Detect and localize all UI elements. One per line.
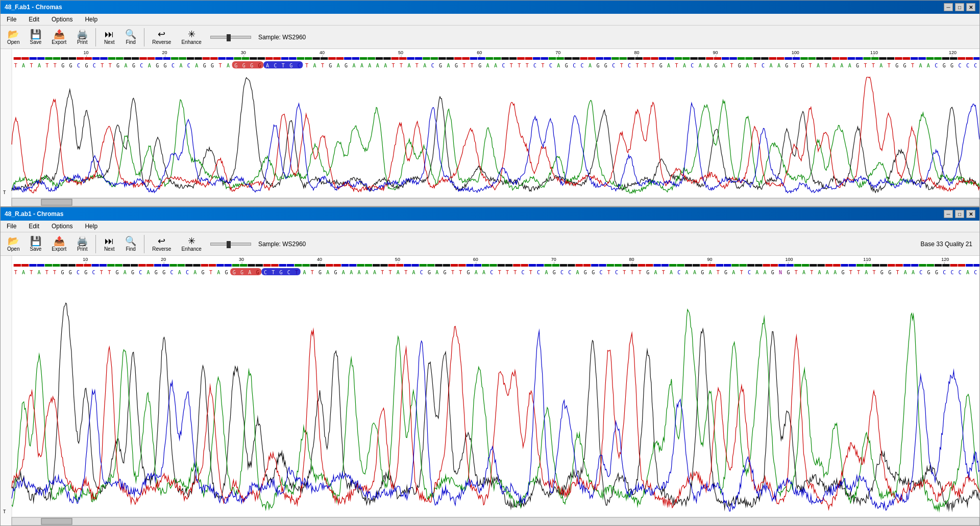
- save-icon-2: 💾: [30, 236, 41, 246]
- find-icon-2: 🔍: [125, 236, 136, 246]
- window-1: 48_F.ab1 - Chromas ─ □ ✕ File Edit Optio…: [0, 0, 980, 207]
- open-icon-2: 📂: [8, 236, 19, 246]
- sep-2: [144, 28, 144, 46]
- enhance-icon-1: ✳: [188, 30, 195, 39]
- reverse-icon-1: ↩: [158, 30, 165, 39]
- close-btn-1[interactable]: ✕: [966, 3, 975, 11]
- open-btn-1[interactable]: 📂 Open: [4, 28, 23, 46]
- menu-file-2[interactable]: File: [3, 222, 20, 231]
- sample-label-1: Sample: WS2960: [258, 34, 306, 41]
- export-icon-2: 📤: [54, 236, 65, 246]
- menu-help-1[interactable]: Help: [81, 15, 102, 24]
- menu-edit-2[interactable]: Edit: [24, 222, 43, 231]
- canvas-1: [1, 49, 979, 206]
- find-btn-1[interactable]: 🔍 Find: [121, 28, 140, 46]
- zoom-slider-1[interactable]: [210, 36, 251, 39]
- reverse-icon-2: ↩: [158, 236, 165, 246]
- title-bar-2: 48_R.ab1 - Chromas ─ □ ✕: [1, 207, 979, 221]
- next-btn-2[interactable]: ⏭ Next: [100, 235, 118, 253]
- export-btn-1[interactable]: 📤 Export: [48, 28, 70, 46]
- menu-help-2[interactable]: Help: [81, 222, 102, 231]
- menu-bar-2: File Edit Options Help: [1, 221, 979, 232]
- enhance-icon-2: ✳: [188, 236, 195, 246]
- window-2: 48_R.ab1 - Chromas ─ □ ✕ File Edit Optio…: [0, 207, 980, 526]
- export-btn-2[interactable]: 📤 Export: [48, 235, 70, 253]
- enhance-btn-2[interactable]: ✳ Enhance: [178, 235, 205, 253]
- menu-options-1[interactable]: Options: [47, 15, 77, 24]
- maximize-btn-1[interactable]: □: [955, 3, 964, 11]
- sep-3: [95, 235, 96, 253]
- title-controls-1: ─ □ ✕: [944, 3, 975, 11]
- print-btn-1[interactable]: 🖨️ Print: [73, 28, 91, 46]
- status-right-2: Base 33 Quality 21: [921, 241, 976, 248]
- chromatogram-2: [1, 256, 979, 525]
- open-icon-1: 📂: [8, 30, 19, 39]
- canvas-2: [1, 256, 979, 525]
- find-icon-1: 🔍: [125, 30, 136, 39]
- next-btn-1[interactable]: ⏭ Next: [100, 28, 118, 46]
- zoom-slider-2[interactable]: [210, 243, 251, 246]
- maximize-btn-2[interactable]: □: [955, 210, 964, 218]
- find-btn-2[interactable]: 🔍 Find: [121, 235, 140, 253]
- minimize-btn-2[interactable]: ─: [944, 210, 953, 218]
- sep-1: [95, 28, 96, 46]
- title-controls-2: ─ □ ✕: [944, 210, 975, 218]
- title-bar-1: 48_F.ab1 - Chromas ─ □ ✕: [1, 1, 979, 14]
- enhance-btn-1[interactable]: ✳ Enhance: [178, 28, 205, 46]
- minimize-btn-1[interactable]: ─: [944, 3, 953, 11]
- window-1-title: 48_F.ab1 - Chromas: [5, 4, 62, 11]
- save-btn-1[interactable]: 💾 Save: [26, 28, 45, 46]
- close-btn-2[interactable]: ✕: [966, 210, 975, 218]
- menu-bar-1: File Edit Options Help: [1, 14, 979, 26]
- save-btn-2[interactable]: 💾 Save: [26, 235, 45, 253]
- reverse-btn-1[interactable]: ↩ Reverse: [149, 28, 175, 46]
- menu-file-1[interactable]: File: [3, 15, 20, 24]
- chromatogram-1: [1, 49, 979, 206]
- print-btn-2[interactable]: 🖨️ Print: [73, 235, 91, 253]
- menu-options-2[interactable]: Options: [47, 222, 77, 231]
- sample-label-2: Sample: WS2960: [258, 241, 306, 248]
- save-icon-1: 💾: [30, 30, 41, 39]
- print-icon-2: 🖨️: [77, 236, 88, 246]
- reverse-btn-2[interactable]: ↩ Reverse: [149, 235, 175, 253]
- export-icon-1: 📤: [54, 30, 65, 39]
- next-icon-2: ⏭: [105, 236, 114, 246]
- next-icon-1: ⏭: [105, 30, 114, 39]
- toolbar-1: 📂 Open 💾 Save 📤 Export 🖨️ Print ⏭ Next: [1, 26, 979, 49]
- print-icon-1: 🖨️: [77, 30, 88, 39]
- sep-4: [144, 235, 144, 253]
- open-btn-2[interactable]: 📂 Open: [4, 235, 23, 253]
- toolbar-2: 📂 Open 💾 Save 📤 Export 🖨️ Print ⏭ Next: [1, 232, 979, 256]
- window-2-title: 48_R.ab1 - Chromas: [5, 210, 63, 218]
- menu-edit-1[interactable]: Edit: [24, 15, 43, 24]
